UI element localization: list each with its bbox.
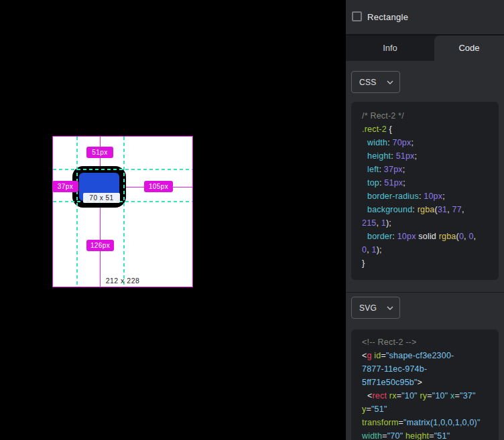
shape-checkbox[interactable]: [352, 11, 362, 21]
tab-code[interactable]: Code: [434, 35, 504, 61]
measurement-badge-top: 51px: [86, 147, 113, 158]
svg-code-block: <!-- Rect-2 --><g id="shape-cf3e2300-787…: [351, 329, 499, 440]
code-line: 5ff71e50c95b">: [362, 376, 499, 389]
code-line: /* Rect-2 */: [362, 109, 499, 123]
code-line: width: 70px;: [367, 136, 499, 149]
shape-size-chip: 70 x 51: [83, 193, 120, 203]
chevron-down-icon: [387, 80, 393, 84]
css-language-select[interactable]: CSS: [351, 71, 400, 93]
guide-left-edge: [76, 137, 78, 287]
code-line: <g id="shape-cf3e2300-: [362, 349, 499, 362]
artboard[interactable]: 70 x 51 51px 37px 105px 126px 212 x 228: [52, 136, 193, 287]
code-line: transform="matrix(1,0,0,1,0,0)": [362, 416, 499, 429]
measurement-badge-bottom: 126px: [86, 240, 114, 251]
code-line: top: 51px;: [367, 176, 499, 190]
code-line: y="51": [362, 402, 499, 416]
chevron-down-icon: [387, 306, 393, 310]
code-line: <rect rx="10" ry="10" x="37": [367, 389, 499, 402]
measure-line-vertical: [100, 137, 101, 287]
code-line: <!-- Rect-2 -->: [362, 336, 499, 349]
code-line: background: rgba(31, 77,: [367, 203, 499, 216]
code-line: 215, 1);: [362, 216, 499, 230]
code-line: }: [362, 256, 499, 270]
section-divider: [346, 292, 504, 293]
code-line: border: 10px solid rgba(0, 0,: [367, 230, 499, 243]
css-code-block: /* Rect-2 */.rect-2 {width: 70px;height:…: [351, 102, 499, 280]
right-panel: Rectangle Info Code CSS /* Rect-2 */.rec…: [346, 0, 504, 440]
shape-header: Rectangle: [346, 0, 504, 34]
code-line: 7877-11ec-974b-: [362, 362, 499, 376]
svg-language-value: SVG: [359, 303, 377, 313]
code-line: height: 51px;: [367, 149, 499, 163]
code-line: 0, 1);: [362, 243, 499, 256]
guide-top-edge: [53, 169, 192, 170]
artboard-size-label: 212 x 228: [53, 277, 192, 285]
code-line: .rect-2 {: [362, 123, 499, 136]
code-line: width="70" height="51": [362, 429, 499, 440]
code-line: border-radius: 10px;: [367, 190, 499, 203]
measurement-badge-right: 105px: [144, 181, 173, 192]
code-line: left: 37px;: [367, 163, 499, 176]
canvas[interactable]: 70 x 51 51px 37px 105px 126px 212 x 228: [0, 0, 346, 440]
shape-name-label: Rectangle: [367, 0, 408, 34]
css-language-value: CSS: [359, 78, 377, 87]
guide-bottom-edge: [53, 201, 192, 202]
tab-bar: Info Code: [346, 35, 504, 61]
measurement-badge-left: 37px: [52, 181, 78, 192]
svg-language-select[interactable]: SVG: [351, 297, 400, 319]
guide-right-edge: [123, 137, 125, 287]
tab-info[interactable]: Info: [346, 35, 434, 61]
